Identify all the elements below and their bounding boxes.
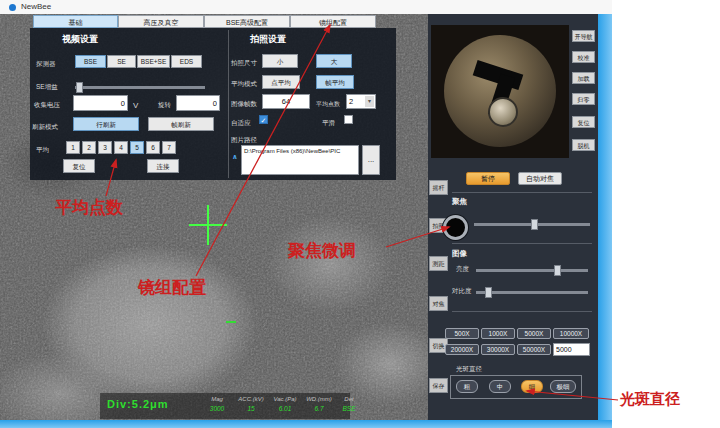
photo-size-label: 拍照尺寸 — [231, 59, 257, 68]
rotation-label: 旋转 — [158, 101, 171, 110]
spot-fine-button[interactable]: 细 — [521, 380, 543, 393]
frames-label: 图像帧数 — [231, 100, 257, 109]
load-button[interactable]: 加载 — [572, 72, 595, 84]
frames-input[interactable] — [262, 94, 310, 109]
tab-hv-vacuum[interactable]: 高压及真空 — [118, 15, 204, 28]
window-title: NewBee — [21, 2, 51, 11]
specimen-stub — [488, 97, 518, 127]
avg-points-select[interactable]: 2 ▾ — [346, 94, 376, 109]
tab-bse-advanced[interactable]: BSE高级配置 — [204, 15, 290, 28]
detector-bse-se-button[interactable]: BSE+SE — [137, 55, 170, 68]
mag-500x-button[interactable]: 500X — [445, 328, 479, 339]
smooth-checkbox[interactable] — [344, 115, 353, 124]
image-section-label: 图像 — [452, 249, 467, 259]
spot-extra-fine-button[interactable]: 极细 — [550, 380, 576, 393]
average-2-button[interactable]: 2 — [82, 141, 96, 154]
voltage-unit-label: V — [133, 101, 138, 110]
average-4-button[interactable]: 4 — [114, 141, 128, 154]
refresh-line-button[interactable]: 行刷新 — [73, 117, 139, 131]
spot-diameter-label: 光斑直径 — [456, 365, 482, 374]
avg-points-value: 2 — [349, 97, 353, 106]
collect-voltage-label: 收集电压 — [34, 101, 60, 110]
reset-button[interactable]: 复位 — [63, 159, 95, 173]
size-large-button[interactable]: 大 — [316, 54, 352, 68]
se-gain-slider[interactable] — [75, 86, 205, 89]
refresh-mode-label: 刷新模式 — [32, 123, 58, 132]
brightness-slider-thumb[interactable] — [554, 265, 561, 276]
mag-5000x-button[interactable]: 5000X — [517, 328, 551, 339]
average-5-button[interactable]: 5 — [130, 141, 144, 154]
detector-se-button[interactable]: SE — [107, 55, 136, 68]
scale-readout: Div:5.2μm — [107, 398, 169, 410]
focus-slider-thumb[interactable] — [531, 219, 538, 230]
zero-button[interactable]: 归零 — [572, 93, 595, 105]
status-col-wd: WD.(mm)6.7 — [302, 396, 336, 412]
autofocus-button[interactable]: 自动对焦 — [518, 172, 562, 185]
mag-30000x-button[interactable]: 30000X — [481, 344, 515, 355]
contrast-slider-thumb[interactable] — [485, 287, 492, 298]
average-3-button[interactable]: 3 — [98, 141, 112, 154]
average-7-button[interactable]: 7 — [162, 141, 176, 154]
status-col-acc: ACC.(kV)15 — [234, 396, 268, 412]
annotation-focus-trim: 聚焦微调 — [288, 239, 356, 262]
browse-button[interactable]: ... — [362, 145, 380, 175]
title-bar: NewBee — [0, 0, 612, 15]
size-small-button[interactable]: 小 — [262, 54, 298, 68]
average-1-button[interactable]: 1 — [66, 141, 80, 154]
photo-settings-title: 拍照设置 — [250, 33, 286, 46]
mag-10000x-button[interactable]: 10000X — [553, 328, 589, 339]
avg-mode-frame-button[interactable]: 帧平均 — [316, 75, 354, 89]
tool-tab-focus[interactable]: 对焦 — [429, 296, 448, 311]
open-navigation-button[interactable]: 开导航 — [572, 30, 595, 42]
detector-eds-button[interactable]: EDS — [171, 55, 202, 68]
tool-tab-measure[interactable]: 测距 — [429, 256, 448, 271]
detector-bse-button[interactable]: BSE — [75, 55, 106, 68]
rotation-input[interactable] — [176, 95, 220, 111]
specimen-disc — [444, 35, 556, 147]
contrast-slider[interactable] — [476, 291, 588, 294]
pause-button[interactable]: 暂停 — [466, 172, 510, 185]
mag-1000x-button[interactable]: 1000X — [481, 328, 515, 339]
divider — [452, 192, 592, 193]
adaptive-checkbox[interactable]: ✓ — [259, 115, 268, 124]
collect-voltage-input[interactable] — [73, 95, 128, 111]
avg-mode-label: 平均模式 — [231, 80, 257, 89]
brightness-label: 亮度 — [456, 265, 469, 274]
path-label: 图片路径 — [231, 136, 257, 145]
average-6-button[interactable]: 6 — [146, 141, 160, 154]
calibrate-button[interactable]: 校准 — [572, 51, 595, 63]
mag-50000x-button[interactable]: 50000X — [517, 344, 551, 355]
status-col-mag: Mag3000 — [200, 396, 234, 412]
status-columns: Mag3000 ACC.(kV)15 Vac.(Pa)6.01 WD.(mm)6… — [200, 396, 362, 412]
connect-button[interactable]: 连接 — [147, 159, 179, 173]
contrast-label: 对比度 — [452, 287, 472, 296]
save-path-field[interactable]: D:\Program Files (x86)\NewBee\PIC — [241, 145, 359, 175]
divider — [452, 243, 592, 244]
focus-knob[interactable] — [443, 215, 468, 240]
focus-label: 聚焦 — [452, 197, 467, 207]
se-gain-slider-thumb[interactable] — [76, 82, 83, 93]
mag-20000x-button[interactable]: 20000X — [445, 344, 479, 355]
refresh-frame-button[interactable]: 帧刷新 — [148, 117, 214, 131]
screenshot-root: NewBee 基础 高压及真空 BSE高级配置 镜组配置 视频设置 探测器 BS… — [0, 0, 720, 428]
collapse-arrow-icon[interactable]: ∧ — [232, 153, 238, 161]
tab-lens-config[interactable]: 镜组配置 — [290, 15, 376, 28]
avg-mode-point-button[interactable]: 点平均 — [262, 75, 300, 89]
reset-stage-button[interactable]: 复位 — [572, 116, 595, 128]
app-logo-icon — [9, 4, 16, 11]
annotation-lens-config: 镜组配置 — [138, 276, 206, 299]
spot-medium-button[interactable]: 中 — [489, 380, 511, 393]
dropdown-arrow-icon[interactable]: ▾ — [365, 96, 374, 107]
annotation-spot-diameter: 光斑直径 — [620, 390, 680, 409]
panel-divider — [228, 30, 229, 178]
window-edge — [0, 420, 612, 428]
smooth-label: 平滑 — [322, 119, 335, 128]
detector-label: 探测器 — [36, 60, 56, 69]
offline-button[interactable]: 脱机 — [572, 139, 595, 151]
mag-custom-input[interactable] — [553, 343, 590, 356]
spot-coarse-button[interactable]: 粗 — [456, 380, 478, 393]
brightness-slider[interactable] — [476, 269, 588, 272]
tool-tab-save[interactable]: 保存 — [429, 378, 448, 393]
tool-tab-joystick[interactable]: 摇杆 — [429, 180, 448, 195]
tab-basic[interactable]: 基础 — [33, 15, 118, 28]
